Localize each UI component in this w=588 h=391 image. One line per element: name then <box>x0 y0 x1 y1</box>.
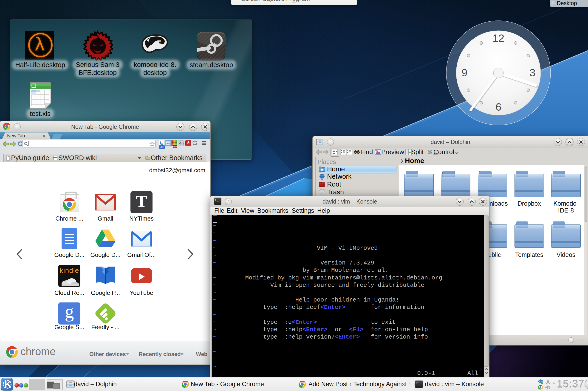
svg-text:9: 9 <box>461 67 467 79</box>
svg-text:6: 6 <box>495 101 501 113</box>
svg-text:3: 3 <box>529 67 535 79</box>
svg-text:12: 12 <box>492 32 504 44</box>
